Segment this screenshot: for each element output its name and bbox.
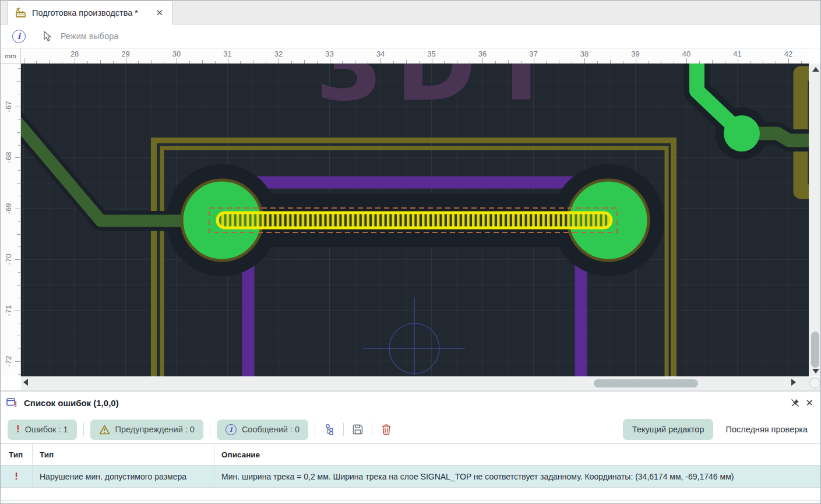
- save-icon[interactable]: [350, 422, 365, 437]
- error-table: ТипТипОписание !Нарушение мин. допустимо…: [1, 443, 820, 488]
- h-ruler-label: 39: [631, 50, 639, 58]
- editor-toolbar: i Режим выбора: [1, 24, 820, 48]
- cursor-icon[interactable]: [42, 31, 52, 42]
- error-description-cell: Мин. ширина трека = 0,2 мм. Ширина трека…: [214, 466, 820, 487]
- scroll-right-icon[interactable]: [791, 379, 796, 386]
- error-panel-header: ! Список ошибок (1,0,0) ✕: [6, 395, 813, 410]
- errors-filter-button[interactable]: ! Ошибок : 1: [8, 420, 77, 440]
- h-ruler-label: 42: [784, 50, 792, 58]
- horizontal-scrollbar[interactable]: [21, 377, 809, 390]
- error-list-panel: ! Список ошибок (1,0,0) ✕ ! Ошибок : 1: [1, 390, 820, 504]
- panel-bottom-strip: [1, 500, 820, 504]
- panel-close-icon[interactable]: ✕: [806, 397, 813, 408]
- error-list-icon: !: [6, 397, 18, 408]
- info-icon: i: [225, 424, 237, 435]
- selection-mode-label: Режим выбора: [61, 31, 118, 41]
- highlighted-track[interactable]: [217, 213, 611, 228]
- unpin-icon[interactable]: [790, 398, 800, 408]
- v-ruler-label: -70: [4, 254, 13, 265]
- error-severity-icon: !: [15, 471, 18, 482]
- v-ruler-label: -71: [4, 305, 13, 316]
- h-ruler-label: 29: [121, 50, 129, 58]
- error-table-header: ТипТипОписание: [1, 443, 820, 466]
- h-ruler-label: 33: [325, 50, 333, 58]
- tab-title: Подготовка производства *: [32, 8, 148, 17]
- info-icon[interactable]: i: [12, 30, 26, 43]
- tab-bar: Подготовка производства * ✕: [1, 1, 820, 24]
- h-ruler-label: 37: [529, 50, 537, 58]
- ruler-bottom-corner: [1, 376, 21, 390]
- factory-icon: [15, 8, 26, 18]
- h-ruler-label: 28: [71, 50, 79, 58]
- silkscreen-text: 3DT: [315, 64, 566, 123]
- warning-icon: [99, 425, 110, 435]
- tab-close-icon[interactable]: ✕: [154, 8, 165, 18]
- app-window: Подготовка производства * ✕ i Режим выбо…: [0, 0, 821, 504]
- scroll-left-icon[interactable]: [23, 379, 28, 386]
- horizontal-scroll-thumb[interactable]: [594, 379, 698, 387]
- last-check-toggle[interactable]: Последняя проверка: [720, 425, 813, 434]
- messages-filter-button[interactable]: i Сообщений : 0: [217, 420, 308, 440]
- error-icon: !: [16, 424, 20, 435]
- vertical-ruler: -67-68-69-70-71-72: [1, 64, 21, 376]
- v-ruler-label: -68: [4, 152, 13, 163]
- vertical-scroll-thumb[interactable]: [811, 332, 819, 368]
- pcb-canvas[interactable]: 3DT: [21, 64, 809, 376]
- via[interactable]: [724, 115, 760, 151]
- v-ruler-label: -69: [4, 203, 13, 214]
- column-header[interactable]: Тип: [1, 444, 33, 465]
- column-header[interactable]: Описание: [214, 444, 820, 465]
- vertical-scrollbar[interactable]: [809, 64, 821, 376]
- h-ruler-label: 35: [427, 50, 435, 58]
- svg-text:!: !: [15, 400, 17, 408]
- error-type-cell: Нарушение мин. допустимого размера: [33, 466, 214, 487]
- v-ruler-label: -67: [4, 101, 13, 112]
- tab-production-preparation[interactable]: Подготовка производства * ✕: [8, 1, 172, 24]
- h-ruler-label: 32: [274, 50, 283, 58]
- horizontal-ruler: 282930313233343536373839404142: [21, 48, 809, 64]
- warnings-filter-button[interactable]: Предупреждений : 0: [90, 420, 203, 440]
- delete-icon[interactable]: [379, 422, 394, 437]
- h-ruler-label: 40: [682, 50, 690, 58]
- h-ruler-label: 34: [376, 50, 385, 58]
- scrollbar-corner: [808, 377, 821, 390]
- column-header[interactable]: Тип: [33, 444, 214, 465]
- h-ruler-label: 31: [223, 50, 231, 58]
- scroll-up-icon[interactable]: [812, 67, 819, 72]
- h-ruler-label: 30: [172, 50, 181, 58]
- h-ruler-label: 36: [478, 50, 487, 58]
- h-ruler-label: 41: [733, 50, 741, 58]
- v-ruler-label: -72: [4, 356, 13, 367]
- ruler-unit-label: mm: [1, 48, 21, 64]
- tree-view-button[interactable]: [322, 422, 337, 437]
- h-ruler-label: 38: [580, 50, 589, 58]
- scroll-down-icon[interactable]: [812, 369, 819, 373]
- error-row[interactable]: !Нарушение мин. допустимого размераМин. …: [1, 466, 820, 488]
- panel-title: Список ошибок (1,0,0): [24, 398, 784, 408]
- error-panel-toolbar: ! Ошибок : 1 Предупреждений : 0 i Сообще…: [8, 418, 813, 440]
- current-editor-toggle[interactable]: Текущий редактор: [623, 419, 713, 440]
